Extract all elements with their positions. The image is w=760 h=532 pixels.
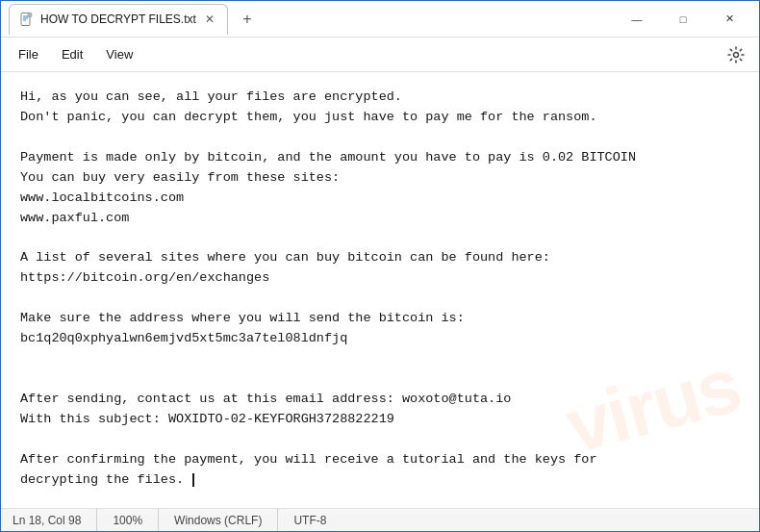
maximize-button[interactable]: □: [661, 4, 705, 35]
title-bar: HOW TO DECRYPT FILES.txt ✕ + — □ ✕: [1, 1, 759, 38]
file-icon: [19, 12, 35, 27]
menu-edit[interactable]: Edit: [52, 43, 92, 65]
menu-view[interactable]: View: [96, 43, 142, 65]
menu-file[interactable]: File: [9, 43, 48, 65]
text-cursor: [192, 473, 194, 487]
status-bar: Ln 18, Col 98 100% Windows (CRLF) UTF-8: [1, 508, 759, 531]
text-editor-area[interactable]: virus Hi, as you can see, all your files…: [1, 72, 759, 508]
tab-title: HOW TO DECRYPT FILES.txt: [40, 13, 196, 26]
notepad-window: HOW TO DECRYPT FILES.txt ✕ + — □ ✕ File …: [0, 0, 760, 532]
svg-rect-4: [28, 13, 32, 17]
menu-bar: File Edit View: [1, 38, 759, 72]
status-position: Ln 18, Col 98: [13, 509, 97, 531]
minimize-button[interactable]: —: [615, 4, 659, 35]
settings-button[interactable]: [721, 39, 751, 70]
active-tab[interactable]: HOW TO DECRYPT FILES.txt ✕: [9, 4, 228, 35]
status-zoom: 100%: [97, 509, 159, 531]
tab-close-button[interactable]: ✕: [202, 12, 217, 27]
tab-area: HOW TO DECRYPT FILES.txt ✕ +: [9, 1, 615, 37]
status-line-ending: Windows (CRLF): [159, 509, 278, 531]
ransom-note-text: Hi, as you can see, all your files are e…: [20, 88, 740, 490]
status-encoding: UTF-8: [278, 509, 342, 531]
close-button[interactable]: ✕: [707, 4, 751, 35]
new-tab-button[interactable]: +: [236, 8, 259, 31]
window-controls: — □ ✕: [615, 4, 751, 35]
gear-icon: [727, 46, 745, 63]
svg-point-5: [734, 52, 739, 57]
